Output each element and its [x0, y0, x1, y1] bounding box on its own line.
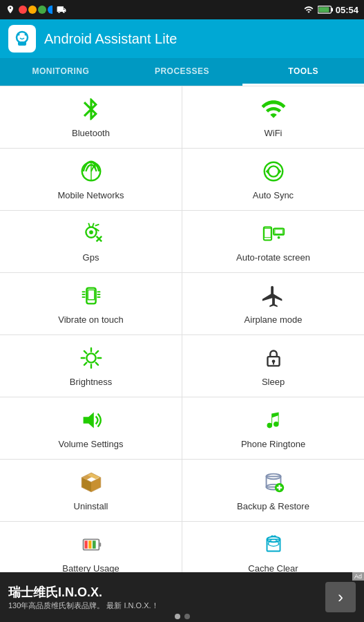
svg-point-0	[19, 6, 27, 14]
ringtone-cell[interactable]: Phone Ringtone	[182, 397, 364, 459]
tab-monitoring[interactable]: MONITORING	[0, 58, 122, 86]
auto-rotate-cell[interactable]: Auto-rotate screen	[182, 211, 364, 272]
svg-point-21	[89, 230, 93, 234]
vibrate-label: Vibrate on touch	[58, 314, 123, 325]
wifi-cell[interactable]: WiFi	[182, 86, 364, 148]
svg-rect-5	[331, 8, 333, 11]
backup-icon	[260, 469, 287, 496]
vibrate-icon	[78, 283, 104, 309]
svg-rect-70	[84, 540, 88, 548]
battery-icon	[78, 531, 104, 558]
wifi-icon	[260, 96, 287, 122]
ad-subtitle: 130年高品质维氏制表品牌。 最新 I.N.O.X.！	[8, 601, 159, 611]
uninstall-label: Uninstall	[74, 501, 108, 511]
svg-marker-53	[83, 413, 93, 428]
svg-point-51	[271, 359, 275, 363]
bluetooth-label: Bluetooth	[72, 128, 110, 138]
svg-point-10	[18, 34, 20, 36]
uninstall-cell[interactable]: Uninstall	[0, 460, 182, 521]
svg-rect-29	[264, 228, 271, 237]
svg-rect-72	[92, 540, 95, 548]
airplane-cell[interactable]: Airplane mode	[182, 273, 364, 334]
app-title: Android Assistant Lite	[44, 31, 177, 47]
volume-cell[interactable]: Volume Settings	[0, 397, 182, 459]
brightness-label: Brightness	[70, 377, 112, 387]
vibrate-cell[interactable]: Vibrate on touch	[0, 273, 182, 334]
mobile-networks-label: Mobile Networks	[57, 190, 124, 200]
ad-button[interactable]: ›	[325, 582, 356, 612]
ad-banner: Ad 瑞士维氏I.N.O.X. 130年高品质维氏制表品牌。 最新 I.N.O.…	[0, 572, 364, 622]
airplane-label: Airplane mode	[245, 314, 303, 325]
tab-processes[interactable]: PROCESSES	[122, 58, 243, 86]
gps-cell[interactable]: Gps	[0, 211, 182, 272]
tools-grid: Bluetooth WiFi Mobile Networks	[0, 86, 364, 622]
svg-rect-31	[274, 229, 282, 234]
brightness-cell[interactable]: Brightness	[0, 335, 182, 397]
sleep-cell[interactable]: Sleep	[182, 335, 364, 397]
status-bar: 05:54	[0, 0, 364, 19]
svg-point-3	[48, 6, 52, 14]
tab-tools[interactable]: TOOLS	[242, 58, 364, 86]
ringtone-icon	[260, 407, 287, 433]
app-icon	[8, 25, 36, 53]
svg-point-1	[28, 6, 37, 14]
tab-bar: MONITORING PROCESSES TOOLS	[0, 58, 364, 86]
volume-icon	[78, 407, 104, 433]
time-display: 05:54	[336, 5, 358, 15]
svg-line-46	[84, 351, 86, 353]
ad-text: 瑞士维氏I.N.O.X. 130年高品质维氏制表品牌。 最新 I.N.O.X.！	[8, 584, 159, 611]
svg-point-2	[38, 6, 46, 14]
svg-line-47	[95, 363, 97, 365]
airplane-icon	[260, 283, 287, 309]
backup-cell[interactable]: Backup & Restore	[182, 460, 364, 521]
sleep-label: Sleep	[262, 377, 285, 387]
svg-rect-28	[263, 227, 271, 241]
svg-rect-6	[318, 7, 329, 12]
status-right: 05:54	[303, 5, 358, 15]
auto-sync-cell[interactable]: Auto Sync	[182, 149, 364, 210]
svg-point-32	[277, 236, 280, 239]
svg-line-22	[88, 223, 90, 227]
svg-marker-18	[278, 169, 281, 174]
svg-rect-69	[99, 543, 101, 547]
pagination-dots	[175, 614, 190, 619]
svg-rect-9	[18, 41, 26, 46]
bluetooth-cell[interactable]: Bluetooth	[0, 86, 182, 148]
dot-1	[175, 614, 180, 619]
backup-label: Backup & Restore	[237, 501, 309, 511]
ringtone-label: Phone Ringtone	[241, 439, 305, 449]
wifi-label: WiFi	[265, 128, 282, 138]
dot-2	[184, 614, 190, 619]
svg-line-24	[95, 225, 99, 226]
svg-rect-34	[88, 290, 95, 299]
svg-rect-71	[88, 540, 92, 548]
bluetooth-icon	[78, 96, 104, 122]
auto-rotate-icon	[260, 220, 287, 247]
svg-point-41	[86, 353, 95, 362]
auto-sync-label: Auto Sync	[253, 190, 294, 200]
cache-icon	[260, 531, 287, 558]
svg-line-48	[95, 351, 97, 353]
brightness-icon	[78, 345, 104, 371]
title-bar: Android Assistant Lite	[0, 19, 364, 58]
svg-line-49	[84, 363, 86, 365]
ad-title: 瑞士维氏I.N.O.X.	[8, 584, 159, 601]
sleep-icon	[260, 345, 287, 371]
svg-line-23	[92, 223, 93, 227]
svg-marker-19	[265, 169, 268, 174]
auto-sync-icon	[260, 158, 287, 185]
auto-rotate-label: Auto-rotate screen	[236, 252, 310, 263]
gps-icon	[78, 220, 104, 247]
mobile-networks-icon	[78, 158, 104, 185]
volume-label: Volume Settings	[59, 439, 124, 449]
mobile-networks-cell[interactable]: Mobile Networks	[0, 149, 182, 210]
status-left	[6, 5, 68, 15]
uninstall-icon	[78, 469, 104, 496]
ad-corner: Ad	[352, 572, 364, 581]
gps-label: Gps	[83, 252, 99, 263]
svg-point-11	[25, 34, 27, 36]
